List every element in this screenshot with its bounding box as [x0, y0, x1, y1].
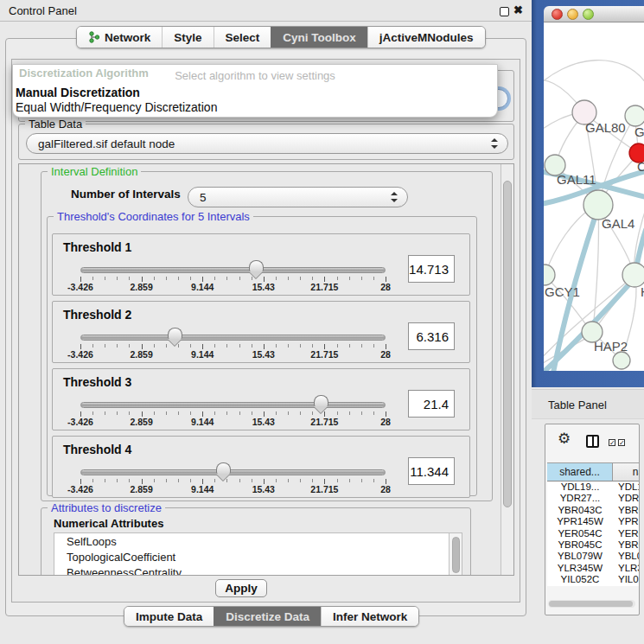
tick-mark [276, 277, 277, 280]
tick-label: -3.426 [67, 349, 93, 360]
checkbox-icon[interactable]: ✓ [618, 439, 625, 446]
settings-scrollbar-thumb[interactable] [503, 181, 512, 507]
tick-label: 28 [380, 417, 391, 427]
table-row[interactable]: YER054CYER0 [547, 528, 640, 539]
table-cell: YDR27... [547, 493, 613, 504]
slider-thumb[interactable] [314, 395, 328, 406]
tab-jactivemnodules[interactable]: jActiveMNodules [367, 27, 485, 48]
tick-mark [252, 411, 252, 415]
node-table[interactable]: shared...na YDL19...YDL1YDR27...YDR2YBR0… [547, 462, 640, 586]
tick-label: 21.715 [310, 484, 338, 494]
table-cell: YDL19... [547, 481, 613, 493]
tab-discretize-data[interactable]: Discretize Data [214, 607, 321, 626]
table-data-combobox[interactable]: galFiltered.sif default node [26, 133, 508, 154]
float-window-icon[interactable] [500, 7, 509, 16]
tab-impute-data[interactable]: Impute Data [124, 607, 214, 626]
tick-mark [166, 479, 167, 482]
column-header-1[interactable]: shared... [547, 463, 613, 481]
slider-track[interactable] [80, 335, 386, 341]
slider-thumb[interactable] [216, 462, 231, 474]
tick-mark [239, 479, 240, 482]
control-panel-titlebar: Control Panel ✖ [0, 0, 532, 22]
tick-label: 9.144 [191, 349, 214, 360]
slider-track[interactable] [80, 402, 386, 408]
network-node[interactable] [583, 190, 613, 220]
tick-mark [349, 344, 350, 348]
tab-network[interactable]: Network [77, 27, 162, 48]
network-node[interactable] [613, 352, 630, 369]
tick-mark [117, 411, 118, 415]
network-node[interactable] [625, 105, 644, 126]
column-header-2[interactable]: na [613, 463, 640, 481]
tick-mark [105, 411, 105, 415]
threshold-value-field[interactable]: 21.4 [408, 390, 455, 418]
slider-thumb[interactable] [168, 328, 182, 339]
attribute-item[interactable]: BetweennessCentrality [54, 564, 462, 576]
attribute-item[interactable]: SelfLoops [54, 533, 462, 549]
tick-mark [214, 277, 215, 280]
network-icon [88, 31, 100, 43]
top-tabbar: NetworkStyleSelectCyni ToolboxjActiveMNo… [76, 26, 486, 48]
tab-select[interactable]: Select [214, 27, 271, 48]
minimize-traffic-light[interactable] [567, 9, 578, 20]
table-row[interactable]: YDR27...YDR2 [547, 493, 640, 504]
slider-track[interactable] [80, 267, 386, 273]
tick-label: 15.43 [252, 417, 275, 427]
attribute-item[interactable]: TopologicalCoefficient [54, 549, 462, 564]
table-cell: YLR3 [613, 563, 640, 574]
table-row[interactable]: YLR345WYLR3 [547, 563, 640, 574]
table-cell: YBR0 [613, 505, 640, 516]
table-cell: YPR145W [547, 516, 613, 527]
tick-mark [312, 277, 313, 280]
tab-cyni-toolbox[interactable]: Cyni Toolbox [271, 27, 367, 48]
number-of-intervals-combobox[interactable]: 5 [188, 187, 408, 207]
network-node[interactable] [544, 265, 555, 285]
tab-infer-network[interactable]: Infer Network [321, 607, 418, 626]
table-cell: YER0 [613, 528, 640, 539]
tick-mark [312, 344, 313, 348]
tick-mark [361, 277, 362, 280]
tick-mark [214, 411, 215, 415]
numerical-attributes-list[interactable]: SelfLoopsTopologicalCoefficientBetweenne… [54, 532, 462, 576]
network-canvas[interactable]: GAL80GACGAL11GAL4GCY1HHAP2 [544, 22, 644, 371]
tab-style[interactable]: Style [162, 27, 213, 48]
node-label: HAP2 [594, 339, 628, 354]
table-cell: YIL052C [547, 574, 613, 585]
table-row[interactable]: YBR043CYBR0 [547, 505, 640, 516]
tick-mark [154, 479, 155, 482]
slider-track[interactable] [80, 469, 386, 475]
gear-icon[interactable]: ⚙ [558, 430, 571, 448]
algorithm-option-2[interactable]: Equal Width/Frequency Discretization [16, 100, 217, 114]
list-scrollbar[interactable] [452, 537, 460, 573]
table-row[interactable]: YBL079WYBL0 [547, 551, 640, 562]
table-row[interactable]: YIL052CYIL0 [547, 574, 640, 585]
slider-thumb[interactable] [249, 260, 264, 271]
settings-scrollbar-track[interactable] [501, 164, 513, 575]
node-label: C [637, 159, 644, 174]
tick-label: 21.715 [310, 417, 338, 427]
close-icon[interactable]: ✖ [513, 3, 523, 16]
threshold-value-field[interactable]: 11.344 [408, 457, 455, 485]
checkbox-icon[interactable]: ✓ [609, 439, 615, 446]
table-data-title: Table Data [25, 118, 86, 131]
table-hscrollbar[interactable] [548, 600, 635, 608]
columns-icon[interactable] [586, 435, 599, 448]
network-node[interactable] [622, 263, 644, 287]
tick-mark [92, 277, 93, 280]
threshold-value-field[interactable]: 14.713 [408, 255, 455, 283]
algorithm-option-1[interactable]: Manual Discretization [16, 86, 140, 99]
table-row[interactable]: YDL19...YDL1 [547, 481, 640, 493]
threshold-label: Threshold 4 [63, 443, 131, 456]
threshold-2-panel: Threshold 2-3.4262.8599.14415.4321.71528… [52, 301, 470, 363]
tick-mark [288, 411, 289, 415]
table-row[interactable]: YPR145WYPR1 [547, 516, 640, 527]
table-row[interactable]: YBR045CYBR0 [547, 539, 640, 551]
zoom-traffic-light[interactable] [583, 9, 594, 20]
tab-label: Infer Network [333, 610, 407, 623]
tick-label: 9.144 [191, 417, 214, 427]
table-cell: YBR0 [613, 539, 640, 551]
close-traffic-light[interactable] [552, 9, 563, 20]
threshold-value-field[interactable]: 6.316 [408, 322, 455, 350]
table-cell: YBR045C [547, 539, 613, 551]
apply-button[interactable]: Apply [215, 579, 267, 597]
